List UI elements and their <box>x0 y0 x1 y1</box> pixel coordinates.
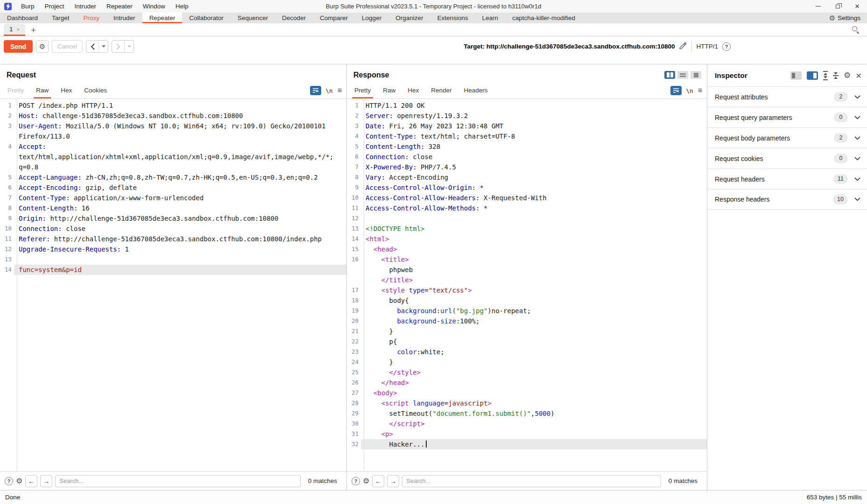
code-line[interactable]: 20 background-size:100%; <box>347 316 707 326</box>
inspector-close-button[interactable]: × <box>856 71 861 80</box>
request-editor[interactable]: 1POST /index.php HTTP/1.12Host: challeng… <box>0 99 346 471</box>
expand-all-button[interactable] <box>823 71 828 80</box>
code-line[interactable]: 16 <title> <box>347 254 707 265</box>
newline-toggle-icon[interactable]: \n <box>326 87 333 94</box>
cancel-button[interactable]: Cancel <box>52 40 83 53</box>
search-icon[interactable] <box>852 26 860 34</box>
code-line[interactable]: 1POST /index.php HTTP/1.1 <box>0 100 346 111</box>
code-line[interactable]: phpweb <box>347 265 707 275</box>
code-line[interactable]: 14func=system&p=id <box>0 265 346 275</box>
code-line[interactable]: Firefox/113.0 <box>0 131 346 141</box>
code-line[interactable]: 10Access-Control-Allow-Headers: X-Reques… <box>347 193 707 203</box>
settings-button[interactable]: ⚙ Settings <box>823 13 867 23</box>
tab-target[interactable]: Target <box>45 13 77 23</box>
close-tab-icon[interactable]: × <box>17 27 20 32</box>
code-line[interactable]: 32 Hacker... <box>347 439 707 449</box>
code-line[interactable]: 4Accept: <box>0 141 346 152</box>
code-line[interactable]: 28 <script language=javascript> <box>347 398 707 408</box>
code-line[interactable]: 23 color:white; <box>347 347 707 357</box>
layout-rows-button[interactable] <box>677 71 688 79</box>
tab-comparer[interactable]: Comparer <box>313 13 355 23</box>
code-line[interactable]: 7X-Powered-By: PHP/7.4.5 <box>347 162 707 172</box>
code-line[interactable]: 30 </script> <box>347 419 707 429</box>
code-line[interactable]: 17 <style type="text/css"> <box>347 285 707 295</box>
tab-repeater[interactable]: Repeater <box>142 13 183 23</box>
code-line[interactable]: 11Access-Control-Allow-Methods: * <box>347 203 707 213</box>
code-line[interactable]: 11Referer: http://challenge-51d367085de3… <box>0 234 346 244</box>
inspector-dock-right-button[interactable] <box>807 71 818 80</box>
code-line[interactable]: 2Server: openresty/1.19.3.2 <box>347 111 707 121</box>
search-input[interactable] <box>402 475 661 487</box>
tab-dashboard[interactable]: Dashboard <box>0 13 45 23</box>
edit-target-button[interactable] <box>679 42 687 52</box>
minimize-button[interactable] <box>808 0 828 13</box>
tab-extensions[interactable]: Extensions <box>430 13 475 23</box>
help-icon[interactable]: ? <box>722 42 731 51</box>
menu-project[interactable]: Project <box>40 0 70 13</box>
search-help-icon[interactable]: ? <box>5 477 13 485</box>
view-tab-hex[interactable]: Hex <box>56 87 77 98</box>
collapse-all-button[interactable] <box>833 72 839 79</box>
history-back-button[interactable] <box>86 41 99 52</box>
session-tab-1[interactable]: 1 × <box>4 24 25 36</box>
editor-menu-icon[interactable]: ≡ <box>698 87 702 94</box>
view-tab-cookies[interactable]: Cookies <box>79 87 112 98</box>
code-line[interactable]: 9Origin: http://challenge-51d367085de3ec… <box>0 213 346 224</box>
view-tab-raw[interactable]: Raw <box>31 87 53 98</box>
search-prev-button[interactable]: ← <box>25 475 37 487</box>
code-line[interactable]: 6Connection: close <box>347 152 707 162</box>
wordwrap-toggle-icon[interactable] <box>670 86 682 95</box>
menu-window[interactable]: Window <box>138 0 170 13</box>
code-line[interactable]: 21 } <box>347 326 707 336</box>
code-line[interactable]: 24 } <box>347 357 707 367</box>
code-line[interactable]: 3Date: Fri, 26 May 2023 12:30:48 GMT <box>347 121 707 131</box>
view-tab-raw[interactable]: Raw <box>378 87 400 98</box>
code-line[interactable]: q=0.8 <box>0 162 346 172</box>
code-line[interactable]: 22 p{ <box>347 336 707 347</box>
restore-button[interactable] <box>828 0 847 13</box>
editor-menu-icon[interactable]: ≡ <box>338 87 342 94</box>
tab-intruder[interactable]: Intruder <box>106 13 142 23</box>
view-tab-render[interactable]: Render <box>426 87 456 98</box>
tab-organizer[interactable]: Organizer <box>388 13 430 23</box>
code-line[interactable]: 15 <head> <box>347 244 707 254</box>
code-line[interactable]: 7Content-Type: application/x-www-form-ur… <box>0 193 346 203</box>
send-settings-button[interactable]: ⚙ <box>36 40 49 53</box>
code-line[interactable]: 26 </head> <box>347 378 707 388</box>
search-prev-button[interactable]: ← <box>372 475 384 487</box>
new-tab-button[interactable]: + <box>31 26 36 35</box>
search-settings-icon[interactable]: ⚙ <box>16 477 22 485</box>
code-line[interactable]: 12 <box>347 213 707 224</box>
tab-logger[interactable]: Logger <box>355 13 388 23</box>
layout-columns-button[interactable] <box>664 71 675 79</box>
close-button[interactable]: × <box>847 0 867 13</box>
code-line[interactable]: 18 body{ <box>347 295 707 306</box>
search-next-button[interactable]: → <box>40 475 52 487</box>
view-tab-pretty[interactable]: Pretty <box>350 87 375 98</box>
menu-repeater[interactable]: Repeater <box>101 0 138 13</box>
inspector-section-request-cookies[interactable]: Request cookies0 <box>707 148 867 168</box>
view-tab-hex[interactable]: Hex <box>403 87 423 98</box>
tab-collaborator[interactable]: Collaborator <box>182 13 231 23</box>
code-line[interactable]: 5Content-Length: 328 <box>347 141 707 152</box>
menu-help[interactable]: Help <box>170 0 194 13</box>
history-forward-dropdown[interactable] <box>124 41 134 52</box>
code-line[interactable]: 29 setTimeout("document.form1.submit()",… <box>347 408 707 419</box>
tab-proxy[interactable]: Proxy <box>77 13 107 23</box>
newline-toggle-icon[interactable]: \n <box>686 87 693 94</box>
send-button[interactable]: Send <box>4 40 33 53</box>
search-next-button[interactable]: → <box>387 475 399 487</box>
code-line[interactable]: 4Content-Type: text/html; charset=UTF-8 <box>347 131 707 141</box>
inspector-section-request-headers[interactable]: Request headers11 <box>707 168 867 189</box>
search-settings-icon[interactable]: ⚙ <box>363 477 369 485</box>
code-line[interactable]: 31 <p> <box>347 429 707 439</box>
code-line[interactable]: 8Vary: Accept-Encoding <box>347 172 707 182</box>
layout-single-button[interactable] <box>691 71 701 79</box>
response-editor[interactable]: 1HTTP/1.1 200 OK2Server: openresty/1.19.… <box>347 99 707 471</box>
tab-decoder[interactable]: Decoder <box>275 13 313 23</box>
tab-captcha-killer-modified[interactable]: captcha-killer-modified <box>505 13 582 23</box>
code-line[interactable]: 12Upgrade-Insecure-Requests: 1 <box>0 244 346 254</box>
history-forward-button[interactable] <box>112 41 124 52</box>
code-line[interactable]: text/html,application/xhtml+xml,applicat… <box>0 152 346 162</box>
code-line[interactable]: 19 background:url("bg.jpg")no-repeat; <box>347 306 707 316</box>
